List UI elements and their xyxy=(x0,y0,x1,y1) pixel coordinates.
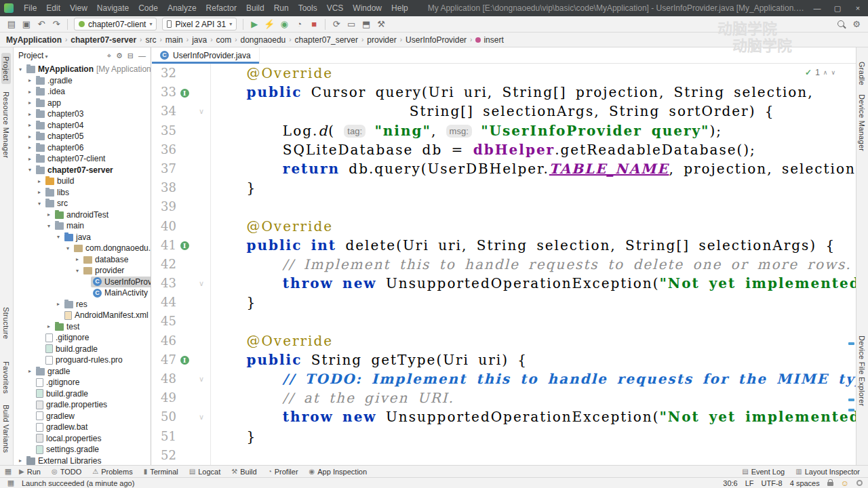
toolwindow-problems[interactable]: ⚠Problems xyxy=(87,466,138,478)
collapsed-arrow-icon[interactable] xyxy=(26,77,34,83)
tree-row-main[interactable]: main xyxy=(14,220,151,232)
line-number[interactable]: 49 xyxy=(152,388,176,407)
tree-row-androidtest[interactable]: androidTest xyxy=(14,209,151,221)
code-text[interactable]: } xyxy=(210,427,256,446)
device-manager-icon[interactable]: ▭ xyxy=(344,17,359,32)
line-number[interactable]: 43 xyxy=(152,274,176,293)
breadcrumb-insert[interactable]: insert xyxy=(475,35,504,45)
collapsed-arrow-icon[interactable] xyxy=(26,134,34,140)
tree-row-gitignore[interactable]: .gitignore xyxy=(14,332,151,344)
tree-row-src[interactable]: src xyxy=(14,198,151,209)
toolwindow-profiler[interactable]: ◔Profiler xyxy=(262,466,304,478)
maximize-button[interactable]: ▢ xyxy=(827,0,848,16)
line-number[interactable]: 37 xyxy=(152,159,176,178)
todo-scroll-marker[interactable] xyxy=(848,342,854,345)
tree-row-settings-gradle[interactable]: settings.gradle xyxy=(14,444,151,455)
menu-vcs[interactable]: VCS xyxy=(322,0,349,16)
menu-file[interactable]: File xyxy=(19,0,41,16)
code-text[interactable]: public int delete(Uri uri, String select… xyxy=(210,236,835,255)
toolwindow-run[interactable]: ▶Run xyxy=(14,466,46,478)
tree-row-myapplication[interactable]: MyApplication [My Application] xyxy=(14,64,151,75)
line-number[interactable]: 51 xyxy=(152,427,176,446)
device-select[interactable]: Pixel 2 API 31 xyxy=(162,18,237,30)
tree-row-local-properties[interactable]: local.properties xyxy=(14,433,151,445)
menu-navigate[interactable]: Navigate xyxy=(92,0,134,16)
sdk-manager-icon[interactable]: ⬒ xyxy=(359,17,374,32)
tree-row-chapter06[interactable]: chapter06 xyxy=(14,142,151,154)
menu-build[interactable]: Build xyxy=(241,0,269,16)
collapse-all-icon[interactable]: ⊟ xyxy=(127,52,134,60)
line-number[interactable]: 36 xyxy=(152,140,176,159)
breadcrumb-dongnaoedu[interactable]: dongnaoedu xyxy=(240,35,287,45)
toolwindow-button-structure[interactable]: Structure xyxy=(1,304,11,342)
expanded-arrow-icon[interactable] xyxy=(16,66,24,73)
code-text[interactable]: public Cursor query(Uri uri, String[] pr… xyxy=(210,83,814,102)
tree-row-libs[interactable]: libs xyxy=(14,187,151,199)
tree-row-provider[interactable]: provider xyxy=(14,265,151,277)
toolwindow-todo[interactable]: ◎TODO xyxy=(46,466,87,478)
code-text[interactable]: return db.query(UserDBHelper.TABLE_NAME,… xyxy=(210,159,856,178)
code-text[interactable]: Log.d( tag: "ning", msg: "UserInfoProvid… xyxy=(210,121,722,140)
tree-settings-icon[interactable]: ⚙ xyxy=(116,52,123,60)
menu-tools[interactable]: Tools xyxy=(294,0,322,16)
feedback-smiley-icon[interactable] xyxy=(841,479,849,488)
code-text[interactable]: // at the given URI. xyxy=(210,388,454,407)
locate-file-icon[interactable]: ⌖ xyxy=(107,52,111,60)
hide-panel-icon[interactable]: — xyxy=(138,52,146,60)
line-number[interactable]: 48 xyxy=(152,369,176,388)
line-number[interactable]: 32 xyxy=(152,64,176,83)
collapsed-arrow-icon[interactable] xyxy=(54,301,62,307)
tree-row-chapter03[interactable]: chapter03 xyxy=(14,108,151,120)
tree-row-gradlew[interactable]: gradlew xyxy=(14,411,151,422)
line-separator[interactable]: LF xyxy=(745,479,754,487)
code-text[interactable]: @Override xyxy=(210,64,333,83)
apply-changes-icon[interactable]: ⚡ xyxy=(262,17,277,32)
implementing-method-icon[interactable] xyxy=(180,241,189,250)
line-number[interactable]: 45 xyxy=(152,312,176,331)
line-number[interactable]: 39 xyxy=(152,197,176,216)
tree-row-gradle[interactable]: .gradle xyxy=(14,75,151,87)
collapsed-arrow-icon[interactable] xyxy=(35,189,43,195)
toolwindow-button-favorites[interactable]: Favorites xyxy=(1,358,11,397)
code-text[interactable]: } xyxy=(210,178,256,197)
tree-row-chapter07-server[interactable]: chapter07-server xyxy=(14,165,151,176)
profiler-icon[interactable]: ◔ xyxy=(292,17,307,32)
run-icon[interactable]: ▶ xyxy=(247,17,262,32)
menu-run[interactable]: Run xyxy=(269,0,294,16)
breadcrumb-userinfoprovider[interactable]: UserInfoProvider xyxy=(405,35,467,45)
code-text[interactable]: } xyxy=(210,293,256,312)
menu-help[interactable]: Help xyxy=(387,0,413,16)
tree-row-chapter07-client[interactable]: chapter07-client xyxy=(14,153,151,165)
collapsed-arrow-icon[interactable] xyxy=(45,323,53,329)
breadcrumb-main[interactable]: main xyxy=(165,35,184,45)
expanded-arrow-icon[interactable] xyxy=(35,201,43,207)
tree-row-build[interactable]: build xyxy=(14,176,151,187)
previous-problem-icon[interactable] xyxy=(823,69,828,76)
line-number[interactable]: 52 xyxy=(152,446,176,465)
menu-edit[interactable]: Edit xyxy=(41,0,65,16)
menu-analyze[interactable]: Analyze xyxy=(163,0,201,16)
implementing-method-icon[interactable] xyxy=(180,89,189,98)
toolwindow-button-gradle[interactable]: Gradle xyxy=(857,58,867,89)
line-number[interactable]: 46 xyxy=(152,331,176,350)
collapsed-arrow-icon[interactable] xyxy=(26,89,34,95)
tree-row-proguard-rules-pro[interactable]: proguard-rules.pro xyxy=(14,354,151,366)
line-number[interactable]: 34 xyxy=(152,102,176,121)
settings-icon[interactable]: ⚙ xyxy=(849,17,864,32)
tree-row-gradle-properties[interactable]: gradle.properties xyxy=(14,399,151,411)
toolwindow-button-device-file-explorer[interactable]: Device File Explorer xyxy=(857,332,867,409)
caret-position[interactable]: 30:6 xyxy=(723,479,737,487)
implementing-method-icon[interactable] xyxy=(180,356,189,365)
status-grid-icon[interactable] xyxy=(5,479,16,487)
toolwindow-logcat[interactable]: ▤Logcat xyxy=(184,466,226,478)
toolwindow-layout-inspector[interactable]: ▥Layout Inspector xyxy=(790,466,865,478)
code-text[interactable]: String[] selectionArgs, String sortOrder… xyxy=(210,102,775,121)
toolwindow-button-resource-manager[interactable]: Resource Manager xyxy=(1,88,11,161)
expanded-arrow-icon[interactable] xyxy=(45,223,53,229)
collapsed-arrow-icon[interactable] xyxy=(16,458,24,464)
search-everywhere-icon[interactable] xyxy=(834,17,849,32)
project-view-selector[interactable]: Project xyxy=(18,51,48,60)
toolwindow-button-project[interactable]: Project xyxy=(1,53,11,84)
code-text[interactable]: @Override xyxy=(210,331,333,350)
toolwindow-button-build-variants[interactable]: Build Variants xyxy=(1,401,11,456)
